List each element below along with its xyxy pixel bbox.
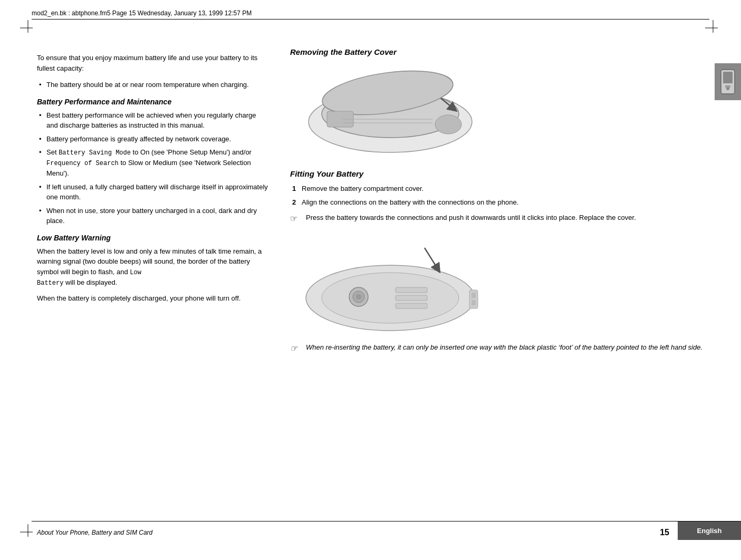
header-file-info: mod2_en.bk : abtphone.fm5 Page 15 Wednes… <box>32 9 252 17</box>
fitting-battery-diagram <box>290 229 490 335</box>
fitting-steps-list: 1 Remove the battery compartment cover. … <box>290 184 704 207</box>
intro-bullet-1: The battery should be at or near room te… <box>37 80 269 90</box>
crosshair-top-left <box>20 20 36 36</box>
fitting-step-2: 2 Align the connections on the battery w… <box>290 197 704 208</box>
svg-point-14 <box>322 273 459 323</box>
svg-rect-1 <box>723 72 733 83</box>
removing-cover-title: Removing the Battery Cover <box>290 47 704 56</box>
content-area: To ensure that you enjoy maximum battery… <box>37 42 704 518</box>
bp-bullet-1: Best battery performance will be achieve… <box>37 110 269 131</box>
crosshair-top-right <box>705 20 721 36</box>
fitting-battery-title: Fitting Your Battery <box>290 169 704 178</box>
svg-rect-20 <box>396 303 427 308</box>
bp-bullet-4: If left unused, a fully charged battery … <box>37 182 269 202</box>
removing-cover-diagram <box>290 64 490 159</box>
footer-description: About Your Phone, Battery and SIM Card <box>37 529 152 536</box>
low-battery-section: Low Battery Warning When the battery lev… <box>37 234 269 304</box>
bp-bullet-5: When not in use, store your battery unch… <box>37 206 269 226</box>
svg-point-17 <box>356 294 361 300</box>
footer-page-number: 15 <box>651 525 678 537</box>
intro-text: To ensure that you enjoy maximum battery… <box>37 53 269 73</box>
phone-icon-box <box>715 63 741 100</box>
footer-bar: About Your Phone, Battery and SIM Card 1… <box>32 521 741 540</box>
footer-left: About Your Phone, Battery and SIM Card <box>32 525 651 536</box>
note-icon-2: ☞ <box>290 342 297 355</box>
header-bar: mod2_en.bk : abtphone.fm5 Page 15 Wednes… <box>32 9 709 20</box>
italic-note: ☞ When re-inserting the battery, it can … <box>290 342 704 353</box>
svg-point-10 <box>435 115 461 134</box>
svg-rect-24 <box>471 300 476 305</box>
low-battery-para1: When the battery level is low and only a… <box>37 246 269 288</box>
low-battery-para2: When the battery is completely discharge… <box>37 293 269 304</box>
right-column: Removing the Battery Cover <box>290 42 704 518</box>
note-icon-1: ☞ <box>290 213 297 225</box>
footer-language: English <box>678 522 741 540</box>
phone-diagram-top <box>290 64 490 159</box>
low-battery-title: Low Battery Warning <box>37 234 269 242</box>
svg-rect-19 <box>396 295 427 301</box>
svg-line-21 <box>425 248 438 269</box>
fitting-step-1: 1 Remove the battery compartment cover. <box>290 184 704 194</box>
phone-diagram-bottom <box>290 229 490 335</box>
svg-rect-23 <box>471 293 476 298</box>
bp-bullet-3: Set Battery Saving Mode to On (see 'Phon… <box>37 147 269 179</box>
left-column: To ensure that you enjoy maximum battery… <box>37 42 269 518</box>
monospace-battery-saving: Battery Saving Mode <box>59 149 131 157</box>
fitting-note1: ☞ Press the battery towards the connecti… <box>290 213 704 223</box>
monospace-frequency: Frequency of Search <box>46 160 119 167</box>
phone-icon <box>720 69 736 95</box>
intro-bullet-list: The battery should be at or near room te… <box>37 80 269 90</box>
battery-performance-list: Best battery performance will be achieve… <box>37 110 269 226</box>
svg-rect-3 <box>725 85 730 88</box>
page-container: mod2_en.bk : abtphone.fm5 Page 15 Wednes… <box>0 0 741 560</box>
svg-rect-18 <box>396 287 427 293</box>
bp-bullet-2: Battery performance is greatly affected … <box>37 134 269 144</box>
battery-performance-title: Battery Performance and Maintenance <box>37 98 269 106</box>
